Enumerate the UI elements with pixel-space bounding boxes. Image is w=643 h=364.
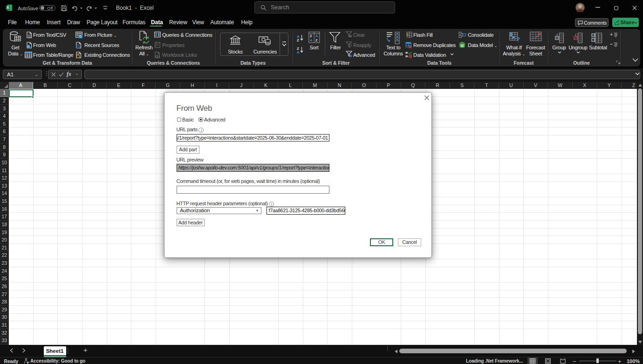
svg-text:A: A <box>315 34 318 38</box>
svg-text:?: ? <box>516 36 520 42</box>
svg-text:Z: Z <box>297 38 299 42</box>
svg-text:A: A <box>310 38 313 42</box>
svg-text:Z: Z <box>310 34 312 38</box>
svg-text:X: X <box>6 5 9 10</box>
svg-text:Z: Z <box>315 38 318 42</box>
svg-text:A: A <box>297 50 300 54</box>
